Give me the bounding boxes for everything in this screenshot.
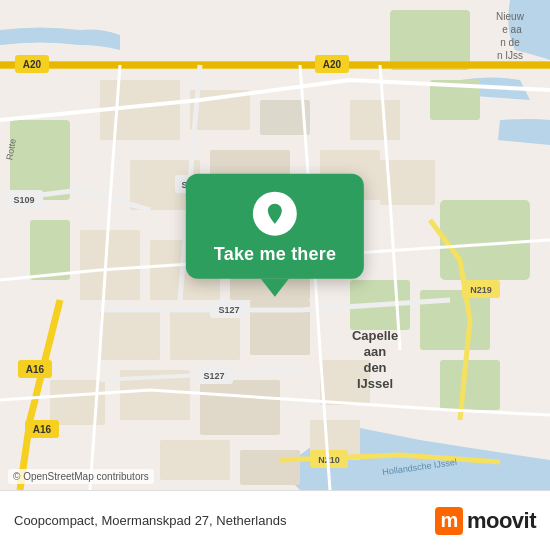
svg-text:IJssel: IJssel bbox=[357, 376, 393, 391]
take-me-there-popup[interactable]: Take me there bbox=[186, 174, 364, 279]
svg-text:den: den bbox=[363, 360, 386, 375]
address-label: Coopcompact, Moermanskpad 27, Netherland… bbox=[14, 513, 425, 528]
moovit-m-icon: m bbox=[435, 507, 463, 535]
svg-text:S109: S109 bbox=[13, 195, 34, 205]
svg-text:aan: aan bbox=[364, 344, 386, 359]
svg-rect-7 bbox=[30, 220, 70, 280]
svg-text:Nieuw: Nieuw bbox=[496, 11, 525, 22]
svg-rect-1 bbox=[390, 10, 470, 70]
svg-text:A16: A16 bbox=[26, 364, 45, 375]
svg-rect-29 bbox=[350, 100, 400, 140]
svg-rect-28 bbox=[240, 450, 300, 485]
pin-icon-circle bbox=[253, 192, 297, 236]
take-me-there-label: Take me there bbox=[214, 244, 336, 265]
svg-text:n de: n de bbox=[500, 37, 520, 48]
svg-rect-8 bbox=[440, 200, 530, 280]
map-attribution: © OpenStreetMap contributors bbox=[8, 469, 154, 484]
svg-text:n IJss: n IJss bbox=[497, 50, 523, 61]
svg-text:S127: S127 bbox=[218, 305, 239, 315]
svg-rect-27 bbox=[160, 440, 230, 480]
svg-rect-6 bbox=[10, 120, 70, 200]
map-view[interactable]: A20 A20 A16 A16 S103 S109 S127 S127 N219… bbox=[0, 0, 550, 490]
svg-text:e aa: e aa bbox=[502, 24, 522, 35]
svg-rect-24 bbox=[200, 380, 280, 435]
svg-rect-14 bbox=[80, 230, 140, 300]
moovit-logo: m moovit bbox=[435, 507, 536, 535]
svg-rect-5 bbox=[440, 360, 500, 410]
location-pin-icon bbox=[262, 201, 288, 227]
svg-text:S127: S127 bbox=[203, 371, 224, 381]
svg-text:A20: A20 bbox=[323, 59, 342, 70]
svg-text:N219: N219 bbox=[470, 285, 492, 295]
svg-rect-19 bbox=[100, 310, 160, 360]
svg-text:A16: A16 bbox=[33, 424, 52, 435]
moovit-brand-text: moovit bbox=[467, 508, 536, 534]
bottom-bar: Coopcompact, Moermanskpad 27, Netherland… bbox=[0, 490, 550, 550]
svg-text:A20: A20 bbox=[23, 59, 42, 70]
location-popup[interactable]: Take me there bbox=[186, 174, 364, 297]
svg-text:Capelle: Capelle bbox=[352, 328, 398, 343]
